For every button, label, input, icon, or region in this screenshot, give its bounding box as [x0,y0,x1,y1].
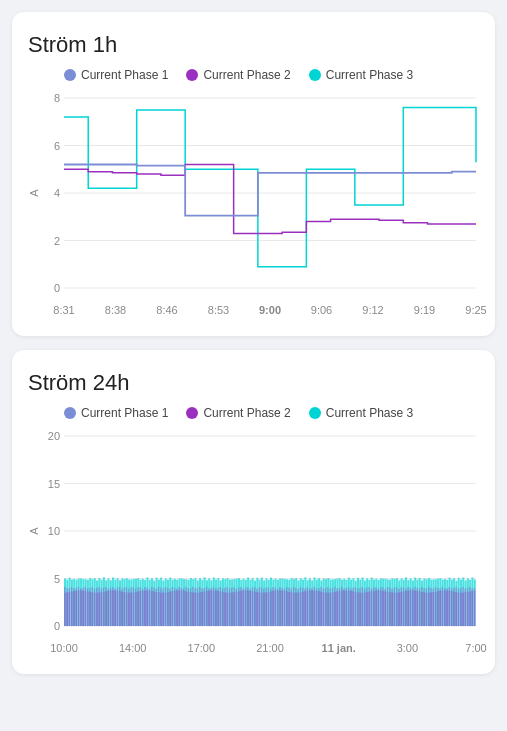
legend-dot-phase3 [309,69,321,81]
chart1-area [28,90,479,320]
legend-dot-phase2 [186,69,198,81]
chart2-legend: Current Phase 1 Current Phase 2 Current … [64,406,479,420]
chart1-title: Ström 1h [28,32,479,58]
legend-item2-phase2: Current Phase 2 [186,406,290,420]
legend-item-phase1: Current Phase 1 [64,68,168,82]
legend-dot2-phase1 [64,407,76,419]
legend-dot-phase1 [64,69,76,81]
legend-label2-phase1: Current Phase 1 [81,406,168,420]
legend-label-phase1: Current Phase 1 [81,68,168,82]
chart2-card: Ström 24h Current Phase 1 Current Phase … [12,350,495,674]
legend-label2-phase3: Current Phase 3 [326,406,413,420]
chart1-canvas [28,90,488,320]
legend-dot2-phase2 [186,407,198,419]
chart2-area [28,428,479,658]
chart2-title: Ström 24h [28,370,479,396]
legend-item2-phase3: Current Phase 3 [309,406,413,420]
chart2-canvas [28,428,488,658]
chart1-legend: Current Phase 1 Current Phase 2 Current … [64,68,479,82]
legend-label2-phase2: Current Phase 2 [203,406,290,420]
legend-item-phase3: Current Phase 3 [309,68,413,82]
legend-label-phase3: Current Phase 3 [326,68,413,82]
chart1-card: Ström 1h Current Phase 1 Current Phase 2… [12,12,495,336]
legend-item2-phase1: Current Phase 1 [64,406,168,420]
legend-dot2-phase3 [309,407,321,419]
legend-item-phase2: Current Phase 2 [186,68,290,82]
legend-label-phase2: Current Phase 2 [203,68,290,82]
